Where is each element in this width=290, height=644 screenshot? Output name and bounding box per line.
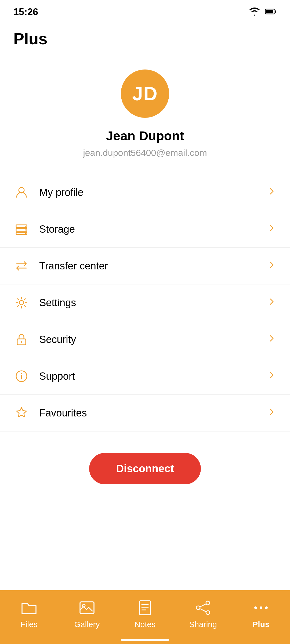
status-bar: 15:26 <box>0 0 290 21</box>
nav-item-plus[interactable]: Plus <box>232 596 290 629</box>
settings-icon <box>13 295 30 311</box>
wifi-icon <box>249 7 260 17</box>
folder-icon <box>18 598 40 617</box>
status-icons <box>249 7 277 17</box>
menu-item-support[interactable]: Support <box>0 358 290 395</box>
menu-label-storage: Storage <box>39 224 267 235</box>
disconnect-section: Disconnect <box>0 437 290 500</box>
share-icon <box>192 598 214 617</box>
disconnect-button[interactable]: Disconnect <box>89 453 201 484</box>
menu-label-transfer-center: Transfer center <box>39 260 267 272</box>
notes-icon <box>134 598 156 617</box>
user-name: Jean Dupont <box>106 129 184 143</box>
chevron-right-icon-transfer <box>267 260 277 272</box>
menu-item-security[interactable]: Security <box>0 321 290 358</box>
profile-section: JD Jean Dupont jean.dupont56400@email.co… <box>0 53 290 169</box>
info-icon <box>13 368 30 384</box>
menu-item-storage[interactable]: Storage <box>0 211 290 248</box>
menu-list: My profile Storage <box>0 169 290 437</box>
bottom-navigation: Files Gallery Notes <box>0 590 290 644</box>
avatar-initials: JD <box>132 83 158 105</box>
nav-item-notes[interactable]: Notes <box>116 596 174 629</box>
svg-point-19 <box>196 606 200 610</box>
menu-label-my-profile: My profile <box>39 187 267 198</box>
battery-icon <box>265 7 277 17</box>
chevron-right-icon-security <box>267 334 277 346</box>
svg-point-22 <box>260 606 262 609</box>
nav-label-notes: Notes <box>135 620 155 629</box>
svg-rect-17 <box>140 601 150 615</box>
more-icon <box>250 598 272 617</box>
nav-label-sharing: Sharing <box>189 620 217 629</box>
nav-label-plus: Plus <box>252 620 269 629</box>
svg-point-23 <box>265 606 268 609</box>
avatar: JD <box>121 69 169 118</box>
svg-point-14 <box>21 373 22 374</box>
svg-rect-2 <box>266 10 273 13</box>
nav-label-gallery: Gallery <box>74 620 100 629</box>
menu-label-favourites: Favourites <box>39 407 267 419</box>
chevron-right-icon-favourites <box>267 407 277 419</box>
svg-point-12 <box>21 341 22 343</box>
svg-rect-1 <box>275 10 276 13</box>
chevron-right-icon-storage <box>267 223 277 235</box>
svg-point-10 <box>19 301 24 305</box>
chevron-right-icon-my-profile <box>267 186 277 199</box>
svg-point-9 <box>25 233 26 234</box>
nav-item-gallery[interactable]: Gallery <box>58 596 116 629</box>
lock-icon <box>13 331 30 347</box>
svg-point-8 <box>25 229 26 230</box>
nav-item-files[interactable]: Files <box>0 596 58 629</box>
menu-label-support: Support <box>39 371 267 382</box>
person-icon <box>13 184 30 200</box>
menu-label-security: Security <box>39 334 267 345</box>
home-indicator <box>121 639 169 641</box>
svg-point-20 <box>206 611 210 614</box>
image-icon <box>76 598 98 617</box>
menu-label-settings: Settings <box>39 297 267 309</box>
transfer-icon <box>13 258 30 274</box>
status-time: 15:26 <box>13 6 38 18</box>
storage-icon <box>13 221 30 237</box>
svg-point-7 <box>25 226 26 227</box>
page-title: Plus <box>0 21 290 53</box>
chevron-right-icon-settings <box>267 297 277 309</box>
user-email: jean.dupont56400@email.com <box>83 148 207 158</box>
menu-item-transfer-center[interactable]: Transfer center <box>0 248 290 284</box>
star-icon <box>13 405 30 421</box>
menu-item-favourites[interactable]: Favourites <box>0 395 290 431</box>
menu-item-my-profile[interactable]: My profile <box>0 174 290 211</box>
svg-point-21 <box>254 606 257 609</box>
nav-label-files: Files <box>20 620 37 629</box>
nav-item-sharing[interactable]: Sharing <box>174 596 232 629</box>
menu-item-settings[interactable]: Settings <box>0 284 290 321</box>
chevron-right-icon-support <box>267 370 277 382</box>
svg-point-18 <box>206 601 210 605</box>
